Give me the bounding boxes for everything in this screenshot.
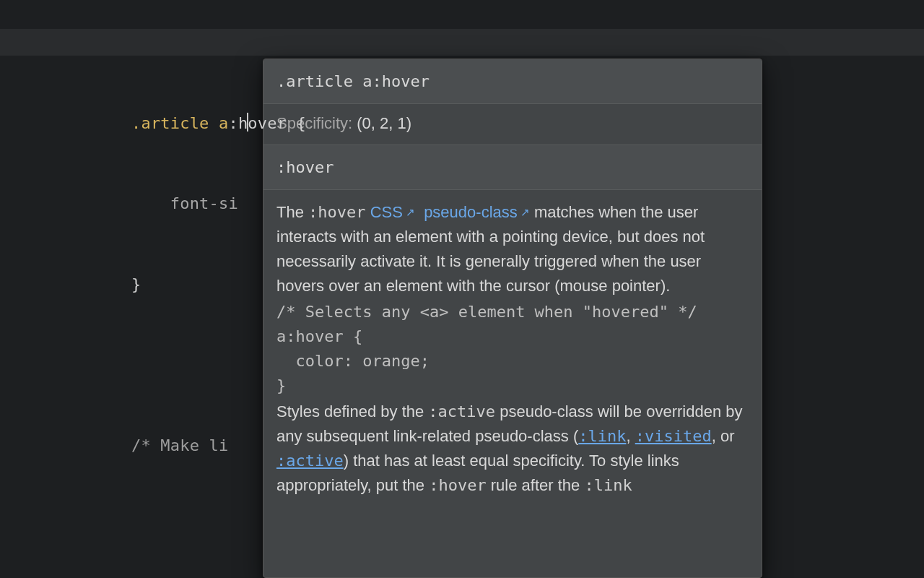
link-text: CSS (370, 203, 403, 221)
popup-specificity-row: Specificity: (0, 2, 1) (263, 104, 762, 145)
code-line: a:hover { (276, 327, 362, 345)
doc-code-inline: :hover (308, 203, 365, 221)
code-line[interactable] (131, 513, 306, 540)
css-pseudo-class: :h (228, 114, 248, 132)
css-comment: /* Make li (131, 436, 238, 454)
code-editor[interactable]: .article a:hover { font-si } /* Make li … (0, 0, 924, 578)
doc-text: , (626, 427, 635, 445)
code-line[interactable] (131, 351, 306, 378)
doc-paragraph: The :hover CSS↗ pseudo-class↗ matches wh… (276, 200, 749, 298)
doc-link-link-pseudo[interactable]: :link (578, 427, 626, 445)
doc-link-visited-pseudo[interactable]: :visited (635, 427, 712, 445)
popup-selector-row: .article a:hover (263, 59, 762, 104)
code-comment: /* Selects any <a> element when "hovered… (276, 303, 697, 321)
doc-code-inline: :hover (429, 476, 486, 494)
doc-paragraph: Styles defined by the :active pseudo-cla… (276, 400, 749, 498)
css-pseudo-class: over (248, 114, 287, 132)
doc-code-inline: :active (428, 402, 495, 420)
code-line: } (276, 376, 286, 394)
doc-code-block: /* Selects any <a> element when "hovered… (276, 300, 749, 398)
doc-text: , or (712, 427, 735, 445)
code-line[interactable]: /* Make li (131, 432, 306, 459)
popup-selector-text: .article a:hover (276, 72, 430, 90)
current-line-highlight (0, 29, 924, 56)
external-link-icon: ↗ (406, 206, 415, 218)
doc-text: rule after the (487, 476, 585, 494)
code-line[interactable]: .article a:hover { (131, 110, 306, 137)
link-text: pseudo-class (424, 203, 518, 221)
css-tag-selector: a (209, 114, 229, 132)
brace: } (131, 275, 141, 293)
doc-link-pseudo-class[interactable]: pseudo-class↗ (424, 203, 530, 221)
external-link-icon: ↗ (520, 206, 530, 218)
doc-link-css[interactable]: CSS↗ (370, 203, 415, 221)
css-class-selector: .article (131, 114, 209, 132)
code-line[interactable]: } (131, 271, 306, 298)
code-line[interactable]: font-si (131, 190, 306, 217)
specificity-value: (0, 2, 1) (357, 114, 411, 132)
doc-code-inline: :link (584, 476, 632, 494)
hover-documentation-popup[interactable]: .article a:hover Specificity: (0, 2, 1) … (263, 59, 762, 578)
popup-body[interactable]: The :hover CSS↗ pseudo-class↗ matches wh… (263, 190, 762, 498)
brace: { (287, 114, 306, 132)
doc-text: Styles defined by the (276, 402, 428, 420)
css-property: font-si (131, 194, 238, 212)
popup-topic-text: :hover (276, 158, 334, 176)
popup-topic-row: :hover (263, 145, 762, 190)
